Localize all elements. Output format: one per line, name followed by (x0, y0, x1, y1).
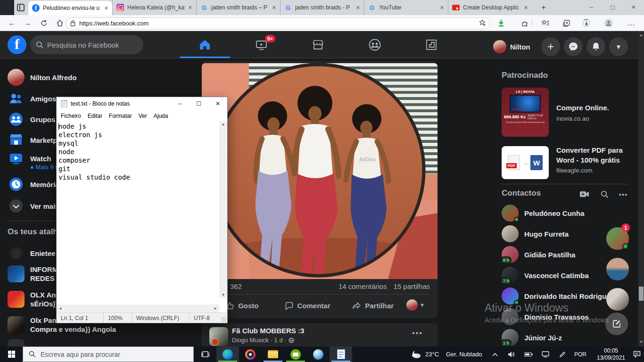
ad-title[interactable]: Compre Online. (556, 103, 632, 113)
download-extension-icon[interactable] (495, 17, 507, 29)
notepad-minimize-button[interactable]: ─ (171, 97, 190, 110)
messenger-button[interactable] (564, 37, 583, 56)
window-minimize-button[interactable]: ─ (581, 0, 602, 15)
scroll-right-icon[interactable]: ► (214, 306, 217, 311)
battery-icon[interactable] (522, 346, 535, 362)
collections-icon[interactable] (560, 17, 572, 29)
notepad-vertical-scrollbar[interactable]: ▲ ▼ (219, 121, 227, 298)
back-icon[interactable]: ← (6, 17, 18, 29)
taskbar-notepad[interactable] (330, 346, 352, 362)
menu-ajuda[interactable]: Ajuda (150, 113, 172, 119)
nav-groups[interactable] (349, 33, 400, 57)
comment-as-avatar[interactable]: ▼ (406, 299, 425, 311)
notifications-button[interactable] (586, 37, 605, 56)
ad-image-pdf[interactable]: PDF → W (502, 146, 549, 179)
resize-grip[interactable] (222, 317, 226, 322)
contact-row[interactable]: 1 h Júnior Jú-z (498, 327, 616, 348)
weather-condition[interactable]: Ger. Nublado (446, 346, 482, 362)
share-button[interactable]: Partilhar (340, 296, 405, 314)
menu-ficheiro[interactable]: Ficheiro (58, 113, 84, 119)
sidebar-item-profile[interactable]: Nilton Alfredo (4, 67, 202, 88)
scroll-down-icon[interactable]: ▼ (219, 293, 227, 297)
taskbar-screen-recorder[interactable] (284, 346, 307, 362)
notepad-maximize-button[interactable]: ☐ (190, 97, 208, 110)
contact-row[interactable]: 7 h Vasconcel Catimba (498, 265, 616, 286)
browser-profile-avatar[interactable] (603, 17, 615, 29)
weather-temp[interactable]: 23°C (425, 346, 439, 362)
create-button[interactable]: + (541, 37, 560, 56)
page-avatar[interactable] (209, 327, 228, 346)
tab-close-icon[interactable]: ✕ (356, 5, 360, 11)
comment-button[interactable]: Comentar (275, 296, 340, 314)
window-close-button[interactable]: ✕ (623, 0, 644, 15)
pen-icon[interactable] (556, 346, 569, 362)
nav-home[interactable] (180, 33, 230, 57)
taskbar-file-explorer[interactable] (262, 346, 284, 362)
notepad-window[interactable]: text.txt - Bloco de notas ─ ☐ ✕ Ficheiro… (56, 97, 228, 323)
chat-head[interactable] (606, 258, 629, 280)
menu-formatar[interactable]: Formatar (106, 113, 135, 119)
account-menu-button[interactable]: ▼ (609, 37, 628, 56)
browser-menu-icon[interactable]: … (625, 17, 637, 29)
scroll-up-icon[interactable]: ▲ (219, 122, 227, 126)
contact-row[interactable]: Hugo Furreta (498, 223, 616, 244)
menu-ver[interactable]: Ver (135, 113, 150, 119)
notepad-close-button[interactable]: ✕ (208, 97, 227, 110)
scroll-down-icon[interactable]: ▼ (638, 339, 644, 346)
new-tab-button[interactable]: + (537, 2, 550, 13)
notepad-horizontal-scrollbar[interactable]: ◄ ► (57, 304, 219, 313)
facebook-logo[interactable]: f (8, 35, 26, 54)
downloads-icon[interactable] (580, 17, 593, 29)
taskbar-eagleget[interactable] (307, 346, 330, 362)
address-bar[interactable]: https://web.facebook.com (66, 17, 490, 29)
ad-image-lg[interactable]: LG | INOVIA NETFLIX 669.885 Kz SMART TV … (502, 88, 549, 137)
tab-search-2[interactable]: G jaden smith braids - P ✕ (280, 0, 364, 15)
nav-gaming[interactable] (406, 33, 456, 57)
language-indicator[interactable]: POR (572, 346, 588, 362)
ad-title[interactable]: Converter PDF para Word - 100% grátis (556, 145, 628, 165)
tab-youtube[interactable]: G YouTube ✕ (364, 0, 448, 15)
notepad-text-area[interactable]: node jselectron jsmysqlnodecomposergitvi… (58, 122, 219, 297)
reaction-count[interactable]: 362 (230, 282, 242, 290)
chat-head[interactable] (606, 288, 629, 311)
shares-count[interactable]: 15 partilhas (393, 282, 430, 290)
tab-close-icon[interactable]: ✕ (188, 5, 192, 11)
menu-editar[interactable]: Editar (84, 113, 106, 119)
page-scrollbar[interactable]: ▲ ▼ (638, 31, 644, 346)
scroll-left-icon[interactable]: ◄ (58, 306, 62, 311)
scrollbar-thumb[interactable] (639, 287, 644, 301)
scroll-up-icon[interactable]: ▲ (638, 32, 644, 39)
taskbar-edge[interactable] (216, 346, 239, 362)
volume-icon[interactable] (505, 346, 518, 362)
tab-close-icon[interactable]: ✕ (524, 5, 528, 11)
nav-marketplace[interactable] (293, 33, 343, 57)
comments-count[interactable]: 14 comentários (339, 282, 387, 290)
tab-close-icon[interactable]: ✕ (440, 5, 444, 11)
tab-facebook[interactable]: f Peludóneo enviou-te u ✕ (28, 1, 112, 15)
taskbar-search[interactable]: Escreva aqui para procurar (23, 346, 194, 362)
video-call-icon[interactable] (579, 189, 590, 200)
start-button[interactable] (0, 346, 23, 362)
post-menu-icon[interactable]: ••• (412, 329, 423, 337)
page-name[interactable]: Fã Club MOBBERS :3 (232, 327, 304, 335)
forward-icon[interactable]: → (22, 17, 34, 29)
taskbar-clock[interactable]: 00:05 13/09/2021 (591, 347, 631, 362)
contacts-search-icon[interactable] (599, 189, 610, 200)
network-icon[interactable] (539, 346, 552, 362)
tray-chevron-icon[interactable] (489, 346, 501, 362)
post-image[interactable]: AbiDiva (202, 63, 438, 279)
window-maximize-button[interactable]: ▢ (602, 0, 623, 15)
extensions-puzzle-icon[interactable] (519, 17, 531, 29)
new-message-button[interactable] (605, 313, 628, 335)
contact-row[interactable]: Peludóneo Cunha (498, 203, 616, 223)
add-favorite-icon[interactable] (479, 19, 486, 28)
tab-instagram[interactable]: Helena Kateia (@h_kat ✕ (112, 0, 196, 15)
profile-chip[interactable]: Nilton (493, 38, 530, 55)
weather-icon[interactable] (409, 346, 423, 362)
nav-watch[interactable] (236, 33, 287, 57)
task-view-button[interactable] (194, 346, 216, 362)
tab-close-icon[interactable]: ✕ (104, 5, 108, 11)
contact-row[interactable]: 8 h Gidião Pastilha (498, 244, 616, 265)
action-center-icon[interactable] (631, 346, 643, 362)
tab-close-icon[interactable]: ✕ (272, 5, 276, 11)
